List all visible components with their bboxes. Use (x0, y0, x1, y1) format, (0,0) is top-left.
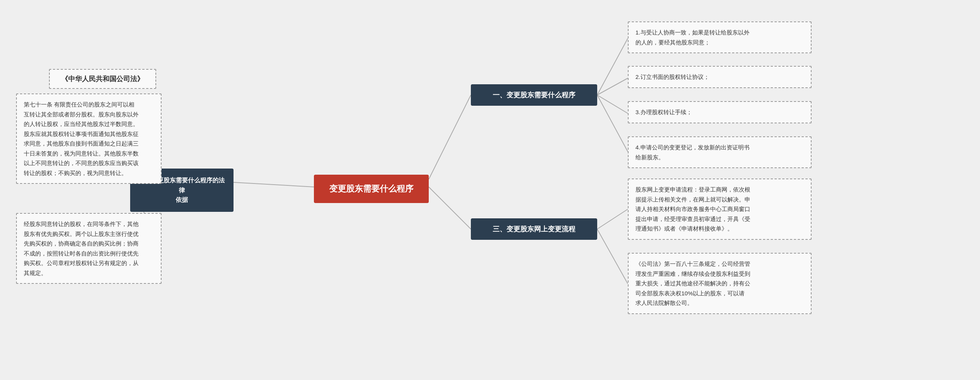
branch-node-3: 三、变更股东网上变更流程 (471, 218, 597, 240)
leaf-node-3: 3.办理股权转让手续； (628, 101, 812, 123)
svg-line-9 (597, 95, 628, 152)
svg-line-10 (597, 209, 628, 229)
svg-line-4 (429, 95, 471, 179)
leaf-node-5: 股东网上变更申请流程：登录工商网，依次根据提示上传相关文件，在网上就可以解决。申… (628, 179, 812, 240)
leaf-node-1: 1.与受让人协商一致，如果是转让给股东以外的人的，要经其他股东同意； (628, 21, 812, 53)
svg-line-0 (234, 182, 314, 187)
leaf-node-left-1: 第七十一条 有限责任公司的股东之间可以相互转让其全部或者部分股权。股东向股东以外… (16, 93, 162, 184)
svg-line-8 (597, 95, 628, 113)
svg-line-7 (597, 78, 628, 95)
leaf-node-left-2: 经股东同意转让的股权，在同等条件下，其他股东有优先购买权。两个以上股东主张行使优… (16, 213, 162, 284)
svg-line-11 (597, 229, 628, 284)
svg-line-5 (429, 187, 471, 229)
title-box: 《中华人民共和国公司法》 (49, 69, 156, 89)
svg-line-6 (597, 38, 628, 95)
leaf-node-4: 4.申请公司的变更登记，发放新的出资证明书给新股东。 (628, 136, 812, 168)
central-node: 变更股东需要什么程序 (314, 175, 429, 203)
leaf-node-2: 2.订立书面的股权转让协议； (628, 66, 812, 88)
canvas: 《中华人民共和国公司法》 二、变更股东需要什么程序的法律依据 变更股东需要什么程… (0, 0, 980, 380)
branch-node-1: 一、变更股东需要什么程序 (471, 84, 597, 106)
leaf-node-6: 《公司法》第一百八十三条规定，公司经营管理发生严重困难，继续存续会使股东利益受到… (628, 253, 812, 314)
